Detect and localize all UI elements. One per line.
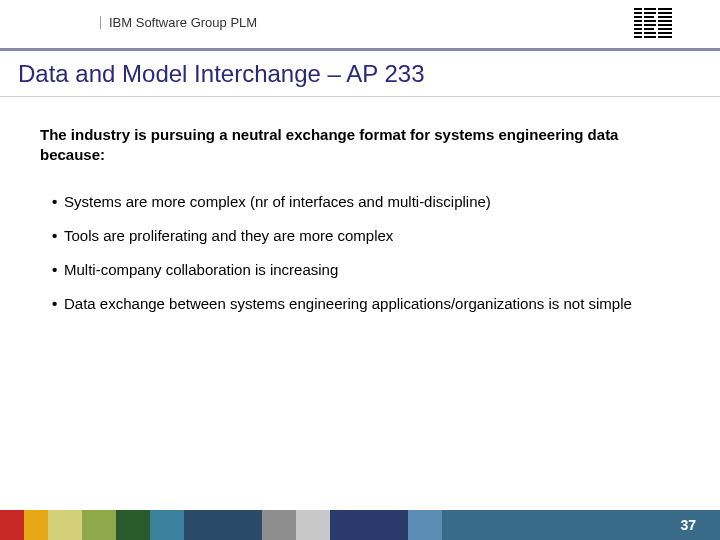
header-underline bbox=[0, 48, 720, 51]
page-number: 37 bbox=[680, 510, 696, 540]
slide-header: IBM Software Group PLM bbox=[0, 0, 720, 44]
title-area: Data and Model Interchange – AP 233 bbox=[0, 44, 720, 97]
footer-chip bbox=[24, 510, 48, 540]
footer-bar: 37 bbox=[0, 510, 720, 540]
header-group-label: IBM Software Group PLM bbox=[100, 16, 257, 29]
bullet-list: Systems are more complex (nr of interfac… bbox=[40, 192, 680, 315]
footer-chip bbox=[116, 510, 150, 540]
footer-fill: 37 bbox=[442, 510, 720, 540]
footer-chip bbox=[184, 510, 262, 540]
slide-body: The industry is pursuing a neutral excha… bbox=[0, 97, 720, 315]
footer-chip bbox=[48, 510, 82, 540]
list-item: Systems are more complex (nr of interfac… bbox=[52, 192, 680, 212]
list-item: Data exchange between systems engineerin… bbox=[52, 294, 680, 314]
footer-chip bbox=[408, 510, 442, 540]
footer-chip bbox=[150, 510, 184, 540]
footer-chip bbox=[330, 510, 408, 540]
ibm-logo bbox=[634, 8, 672, 38]
footer-chip bbox=[82, 510, 116, 540]
footer-chip bbox=[296, 510, 330, 540]
intro-text: The industry is pursuing a neutral excha… bbox=[40, 125, 680, 166]
footer-chip bbox=[0, 510, 24, 540]
list-item: Multi-company collaboration is increasin… bbox=[52, 260, 680, 280]
footer-chip bbox=[262, 510, 296, 540]
slide-title: Data and Model Interchange – AP 233 bbox=[18, 60, 702, 88]
list-item: Tools are proliferating and they are mor… bbox=[52, 226, 680, 246]
